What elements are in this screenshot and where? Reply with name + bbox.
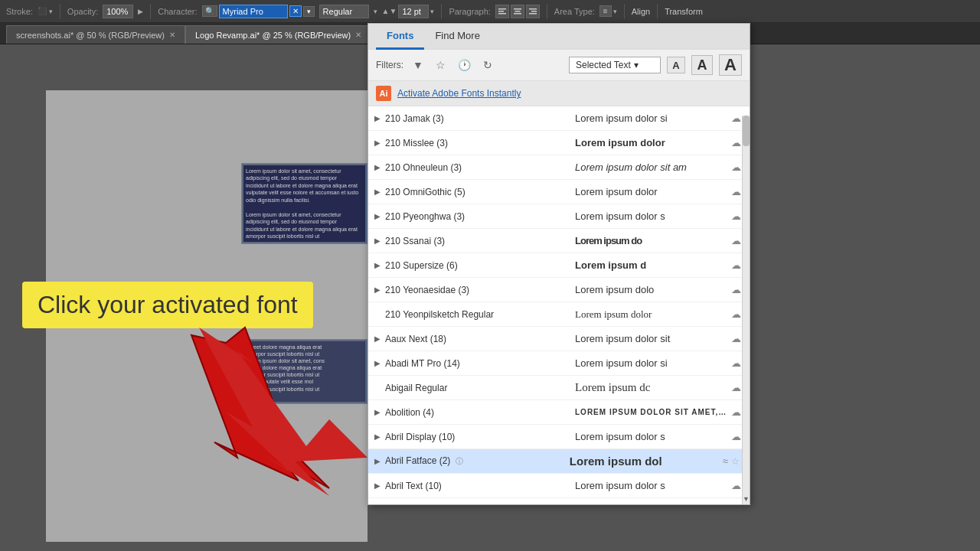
opacity-input[interactable] [103,5,133,18]
font-dropdown-chevron[interactable]: ▾ [303,6,315,17]
font-size-control[interactable]: ▲▼ ▾ [382,5,435,18]
cloud-icon[interactable]: ☁ [728,431,743,442]
font-expand-chevron[interactable]: ▶ [374,139,385,147]
font-preview-medium[interactable]: A [691,55,713,75]
selected-text-dropdown[interactable]: Selected Text ▾ [569,57,661,73]
list-item[interactable]: ▶ 210 Misslee (3) Lorem ipsum dolor ☁ [368,131,750,155]
font-expand-chevron[interactable]: ▶ [374,334,385,343]
cloud-icon[interactable]: ☁ [728,480,743,491]
scrollbar-track[interactable]: ▼ [742,116,750,504]
filter-star-btn[interactable]: ☆ [433,57,449,73]
font-list[interactable]: ▶ 210 Jamak (3) Lorem ipsum dolor si ☁ ▶… [368,106,750,504]
align-left-icon[interactable] [495,5,509,18]
canvas-text-block-2[interactable]: aoreet dolore magna aliqua erat amorpor … [241,339,368,404]
list-item[interactable]: ▶ 210 OmniGothic (5) Lorem ipsum dolor ☁ [368,180,750,204]
area-type-label: Area Type: [554,7,595,16]
scrollbar-thumb[interactable] [743,116,750,146]
list-item[interactable]: ▶ 210 Supersize (6) Lorem ipsum d ☁ [368,253,750,278]
filter-refresh-btn[interactable]: ↻ [480,57,495,73]
adobe-activate-link[interactable]: Activate Adobe Fonts Instantly [397,88,521,99]
font-panel: Fonts Find More Filters: ▼ ☆ 🕐 ↻ Selecte… [368,23,750,505]
area-type-chevron[interactable]: ▾ [613,8,617,15]
font-item-preview: Lorem ipsum do [575,235,728,246]
similar-icon[interactable]: ≈ [723,455,728,467]
font-expand-chevron[interactable]: ▶ [374,163,385,171]
tab-screenshots[interactable]: screenshots.ai* @ 50 % (RGB/Preview) ✕ [6,25,185,44]
list-item[interactable]: ▶ 210 Pyeonghwa (3) Lorem ipsum dolor s … [368,204,750,229]
tab-find-more[interactable]: Find More [424,24,491,50]
font-preview-large[interactable]: A [719,54,742,76]
font-expand-chevron[interactable]: ▶ [374,457,385,465]
font-expand-chevron[interactable]: ▶ [374,236,385,245]
list-item[interactable]: ▶ 210 Ssanai (3) Lorem ipsum do ☁ [368,229,750,253]
font-expand-chevron[interactable]: ▶ [374,408,385,416]
divider-6 [657,4,658,19]
cloud-icon[interactable]: ☁ [728,357,743,369]
font-info-icon[interactable]: ⓘ [456,457,463,465]
list-item[interactable]: ▶ Abolition (4) LOREM IPSUM DOLOR SIT AM… [368,400,750,425]
font-preview-small[interactable]: A [667,57,685,73]
cloud-icon[interactable]: ☁ [728,308,743,320]
stroke-control[interactable]: ⬛ ▾ [38,7,53,15]
area-type-control[interactable]: ≡ ▾ [599,5,617,17]
font-item-preview: Lorem ipsum dc [575,381,728,394]
font-size-input[interactable] [398,5,429,18]
font-style-chevron[interactable]: ▾ [374,8,377,15]
cloud-icon[interactable]: ☁ [728,333,743,344]
align-center-icon[interactable] [511,5,524,18]
font-item-preview: Lorem ipsum d [575,259,728,271]
cloud-icon[interactable]: ☁ [728,382,743,393]
filter-recent-btn[interactable]: 🕐 [455,57,474,73]
list-item[interactable]: ▶ Abril Titling (8) Lorem ipsum dolor si… [368,498,750,504]
list-item[interactable]: Abigail Regular Lorem ipsum dc ☁ [368,376,750,400]
svg-rect-1 [498,11,504,12]
align-right-icon[interactable] [526,5,540,18]
font-item-name: Abolition (4) [385,407,575,418]
font-style-input[interactable] [319,5,369,18]
font-name-input[interactable] [219,5,288,18]
font-expand-chevron[interactable]: ▶ [374,187,385,196]
font-expand-chevron[interactable]: ▶ [374,432,385,441]
transform-btn[interactable]: Transform [665,7,703,16]
list-item-abril-fatface[interactable]: ▶ Abril Fatface (2) ⓘ Lorem ipsum dol ≈ … [368,449,750,474]
cloud-icon[interactable]: ☁ [728,235,743,246]
font-expand-chevron[interactable]: ▶ [374,359,385,367]
filters-row: Filters: ▼ ☆ 🕐 ↻ Selected Text ▾ A A A [368,50,750,81]
scroll-down-btn[interactable]: ▼ [743,494,750,504]
list-item[interactable]: ▶ Abril Text (10) Lorem ipsum dolor s ☁ [368,474,750,498]
canvas-text-block[interactable]: Lorem ipsum dolor sit amet, consectetur … [241,163,368,244]
list-item[interactable]: ▶ Abadi MT Pro (14) Lorem ipsum dolor si… [368,351,750,376]
list-item[interactable]: ▶ Aaux Next (18) Lorem ipsum dolor sit ☁ [368,327,750,351]
font-expand-chevron[interactable]: ▶ [374,481,385,490]
font-expand-chevron[interactable]: ▶ [374,285,385,294]
tab-fonts[interactable]: Fonts [376,24,424,50]
cloud-icon[interactable]: ☁ [728,259,743,271]
font-item-preview: Lorem ipsum dolor si [575,112,728,124]
stroke-chevron[interactable]: ▾ [49,8,53,15]
tab-screenshots-close[interactable]: ✕ [169,31,175,39]
font-expand-chevron[interactable]: ▶ [374,261,385,269]
font-item-name: Aaux Next (18) [385,334,575,344]
list-item[interactable]: 210 Yeonpilsketch Regular Lorem ipsum do… [368,302,750,327]
font-expand-chevron[interactable]: ▶ [374,212,385,220]
opacity-chevron[interactable]: ▶ [138,8,143,15]
cloud-icon[interactable]: ☁ [728,284,743,295]
cloud-icon[interactable]: ☁ [728,161,743,173]
align-btn[interactable]: Align [632,7,650,16]
tab-logo-revamp-close[interactable]: ✕ [355,31,361,39]
cloud-icon[interactable]: ☁ [728,210,743,222]
paragraph-align-icons[interactable] [495,5,540,18]
cloud-icon[interactable]: ☁ [728,112,743,124]
cloud-icon[interactable]: ☁ [728,186,743,197]
list-item[interactable]: ▶ 210 Jamak (3) Lorem ipsum dolor si ☁ [368,106,750,131]
list-item[interactable]: ▶ Abril Display (10) Lorem ipsum dolor s… [368,425,750,449]
list-item[interactable]: ▶ 210 Yeonaesidae (3) Lorem ipsum dolo ☁ [368,278,750,302]
cloud-icon[interactable]: ☁ [728,137,743,148]
font-expand-chevron[interactable]: ▶ [374,114,385,122]
tab-logo-revamp[interactable]: Logo Revamp.ai* @ 25 % (RGB/Preview) ✕ [185,25,371,44]
font-selector[interactable]: 🔍 ✕ ▾ [202,5,315,18]
filter-dropdown-btn[interactable]: ▼ [410,57,426,73]
list-item[interactable]: ▶ 210 Ohneuleun (3) Lorem ipsum dolor si… [368,155,750,180]
cloud-icon[interactable]: ☁ [728,406,743,418]
font-size-chevron[interactable]: ▾ [430,8,434,15]
